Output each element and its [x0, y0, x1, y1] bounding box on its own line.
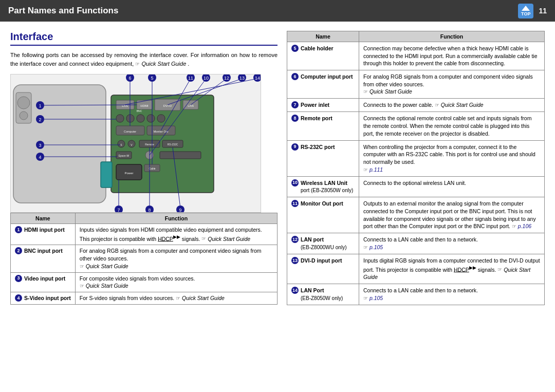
- arrow-up-icon: [522, 6, 530, 11]
- num-circle-13: 13: [291, 257, 299, 264]
- svg-text:7: 7: [117, 208, 120, 213]
- num-circle-3: 3: [15, 275, 22, 282]
- row10-function: Connects to the optional wireless LAN un…: [359, 176, 545, 197]
- row2-name: 2 BNC input port: [11, 245, 76, 272]
- row14-name: 14 LAN Port(EB-Z8050W only): [287, 284, 359, 305]
- row8-function: Connects the optional remote control cab…: [359, 112, 545, 140]
- svg-text:11: 11: [188, 76, 193, 81]
- row7-function: Connects to the power cable. ☞ Quick Sta…: [359, 99, 545, 112]
- cassette-icon: ☞: [135, 60, 140, 68]
- svg-text:12: 12: [224, 76, 229, 81]
- svg-text:3: 3: [39, 143, 41, 148]
- intro-ref: Quick Start Guide: [141, 61, 186, 67]
- section-title: Interface: [10, 31, 278, 46]
- num-circle-5: 5: [291, 45, 299, 52]
- svg-text:HDMI: HDMI: [140, 104, 149, 107]
- table-row: 4 S-Video input port For S-video signals…: [11, 292, 278, 305]
- diagram-container: LAN HDMI DVI-D LAN BNC Computer Monitor …: [10, 74, 261, 213]
- svg-text:BNC: BNC: [137, 109, 142, 113]
- svg-rect-34: [160, 152, 201, 159]
- svg-rect-16: [147, 115, 155, 122]
- row9-label: RS-232C port: [301, 143, 335, 151]
- num-circle-14: 14: [291, 287, 299, 294]
- row6-label: Computer input port: [301, 73, 353, 81]
- row6-name: 6 Computer input port: [287, 70, 359, 99]
- num-circle-11: 11: [291, 200, 299, 207]
- row13-name: 13 DVI-D input port: [287, 254, 359, 284]
- right-table-name-header: Name: [287, 31, 359, 42]
- left-column: Interface The following ports can be acc…: [10, 31, 278, 305]
- row12-name: 12 LAN port(EB-Z8000WU only): [287, 233, 359, 254]
- table-row: 2 BNC input port For analog RGB signals …: [11, 245, 278, 272]
- row4-label: S-Video input port: [24, 294, 71, 302]
- svg-text:14: 14: [255, 76, 260, 81]
- row8-label: Remote port: [301, 115, 332, 122]
- right-table-function-header: Function: [359, 31, 545, 42]
- row4-function: For S-video signals from video sources. …: [75, 292, 277, 305]
- svg-text:Remote: Remote: [145, 143, 154, 146]
- row10-name: 10 Wireless LAN Unitport (EB-Z8050W only…: [287, 176, 359, 197]
- row14-label: LAN Port(EB-Z8050W only): [301, 287, 343, 302]
- top-badge: TOP: [518, 4, 533, 18]
- svg-rect-17: [157, 115, 165, 122]
- row12-function: Connects to a LAN cable and then to a ne…: [359, 233, 545, 254]
- num-circle-12: 12: [291, 236, 299, 243]
- row7-label: Power inlet: [301, 101, 329, 109]
- row7-name: 7 Power inlet: [287, 99, 359, 112]
- row2-function: For analog RGB signals from a computer a…: [75, 245, 277, 272]
- num-circle-7: 7: [291, 101, 299, 108]
- page-header: Part Names and Functions TOP 11: [0, 0, 555, 22]
- row1-name: 1 HDMI input port: [11, 224, 76, 245]
- table-row: 12 LAN port(EB-Z8000WU only) Connects to…: [287, 233, 545, 254]
- table-row: 3 Video input port For composite video s…: [11, 272, 278, 292]
- svg-text:4: 4: [39, 155, 41, 160]
- main-content: Interface The following ports can be acc…: [0, 22, 555, 310]
- svg-text:Computer: Computer: [124, 130, 136, 133]
- row11-label: Monitor Out port: [301, 200, 343, 208]
- row5-name: 5 Cable holder: [287, 42, 359, 70]
- row1-function: Inputs video signals from HDMI compatibl…: [75, 224, 277, 245]
- table-row: 8 Remote port Connects the optional remo…: [287, 112, 545, 140]
- header-right: TOP 11: [518, 4, 547, 18]
- num-circle-9: 9: [291, 143, 299, 151]
- num-circle-6: 6: [291, 73, 299, 80]
- row11-name: 11 Monitor Out port: [287, 197, 359, 233]
- row12-label: LAN port(EB-Z8000WU only): [301, 236, 346, 251]
- svg-rect-81: [101, 162, 112, 188]
- top-label: TOP: [521, 11, 530, 16]
- right-table: Name Function 5 Cable holder Connection …: [287, 31, 545, 305]
- row13-label: DVI-D input port: [301, 257, 342, 265]
- num-circle-8: 8: [291, 115, 299, 122]
- left-table-function-header: Function: [75, 213, 277, 224]
- svg-text:10: 10: [203, 76, 209, 81]
- table-row: 11 Monitor Out port Outputs to an extern…: [287, 197, 545, 233]
- svg-rect-13: [116, 115, 124, 122]
- table-row: 7 Power inlet Connects to the power cabl…: [287, 99, 545, 112]
- svg-text:Power: Power: [124, 172, 133, 175]
- row9-name: 9 RS-232C port: [287, 140, 359, 176]
- svg-text:2: 2: [39, 117, 41, 122]
- svg-text:Epson-W: Epson-W: [119, 154, 130, 157]
- row11-function: Outputs to an external monitor the analo…: [359, 197, 545, 233]
- intro-paragraph: The following ports can be accessed by r…: [10, 51, 278, 68]
- table-row: 5 Cable holder Connection may become def…: [287, 42, 545, 70]
- intro-period: .: [186, 61, 189, 67]
- row4-name: 4 S-Video input port: [11, 292, 76, 305]
- right-column: Name Function 5 Cable holder Connection …: [287, 31, 545, 305]
- svg-text:9: 9: [179, 208, 181, 213]
- num-circle-10: 10: [291, 179, 299, 186]
- table-row: 10 Wireless LAN Unitport (EB-Z8050W only…: [287, 176, 545, 197]
- row5-label: Cable holder: [301, 45, 334, 52]
- row3-label: Video input port: [24, 275, 65, 283]
- num-circle-1: 1: [15, 226, 22, 233]
- table-row: 1 HDMI input port Inputs video signals f…: [11, 224, 278, 245]
- table-row: 14 LAN Port(EB-Z8050W only) Connects to …: [287, 284, 545, 305]
- svg-text:8: 8: [148, 208, 151, 213]
- row8-name: 8 Remote port: [287, 112, 359, 140]
- svg-point-2: [17, 97, 30, 109]
- svg-text:1: 1: [39, 103, 41, 108]
- row3-name: 3 Video input port: [11, 272, 76, 292]
- row3-function: For composite video signals from video s…: [75, 272, 277, 292]
- row13-function: Inputs digital RGB signals from a comput…: [359, 254, 545, 284]
- num-circle-2: 2: [15, 247, 22, 254]
